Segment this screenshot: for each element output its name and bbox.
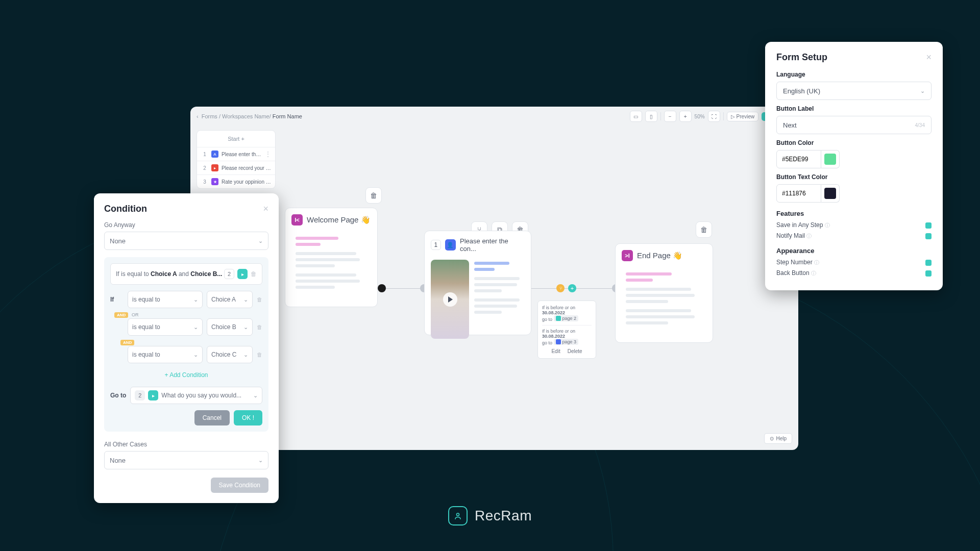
condition-popover: If is before or on 30.08.2022 go to page… — [537, 300, 596, 359]
step-node-1[interactable]: 1 👤 Please enter the con... — [424, 231, 531, 335]
help-button[interactable]: ⊙Help — [764, 433, 792, 444]
condition-row-3: is equal to⌄ Choice C⌄ 🗑 — [110, 346, 262, 363]
trash-icon[interactable]: 🗑 — [257, 296, 262, 303]
button-text-color-input[interactable]: #111876 — [776, 184, 821, 203]
video-thumbnail[interactable] — [431, 260, 469, 339]
builder-header: ‹ Forms / Workspaces Name / Form Name ▭ … — [190, 107, 798, 126]
notify-mail-toggle[interactable] — [925, 233, 932, 239]
value-select[interactable]: Choice C⌄ — [207, 346, 253, 363]
info-icon[interactable]: ⓘ — [825, 222, 830, 228]
language-select[interactable]: English (UK)⌄ — [776, 82, 932, 100]
button-color-input[interactable]: #5EDE99 — [776, 150, 821, 168]
logo-icon — [448, 506, 468, 525]
connector-dot[interactable] — [378, 284, 386, 292]
person-icon: 👤 — [445, 239, 456, 251]
popover-edit[interactable]: Edit — [551, 348, 560, 354]
condition-dot[interactable]: ⑂ — [556, 284, 565, 292]
go-anyway-select[interactable]: None⌄ — [104, 232, 268, 250]
info-icon[interactable]: ⓘ — [811, 270, 816, 276]
rule-summary[interactable]: If is equal to Choice A and Choice B... … — [110, 263, 262, 285]
operator-select[interactable]: is equal to⌄ — [128, 318, 203, 336]
zoom-in-button[interactable]: + — [679, 111, 692, 122]
step-number-toggle[interactable] — [925, 260, 932, 266]
svg-point-0 — [457, 513, 459, 516]
zoom-out-button[interactable]: − — [664, 111, 676, 122]
end-page-node[interactable]: >I End Page 👋 — [615, 243, 713, 343]
info-icon[interactable]: ⓘ — [814, 260, 819, 265]
operator-select[interactable]: is equal to⌄ — [128, 346, 203, 363]
popover-delete[interactable]: Delete — [568, 348, 582, 354]
button-label-input[interactable]: Next4/34 — [776, 116, 932, 134]
save-condition-button[interactable]: Save Condition — [211, 478, 268, 493]
condition-modal: Condition × Go Anyway None⌄ If is equal … — [94, 193, 279, 503]
value-select[interactable]: Choice A⌄ — [207, 291, 253, 308]
welcome-page-node[interactable]: I< Welcome Page 👋 — [285, 208, 378, 307]
welcome-badge-icon: I< — [291, 214, 303, 226]
breadcrumb-form: Form Name — [273, 113, 302, 119]
operator-select[interactable]: is equal to⌄ — [128, 291, 203, 308]
zoom-level: 50% — [695, 114, 705, 119]
add-condition-button[interactable]: + Add Condition — [110, 367, 262, 383]
close-icon[interactable]: × — [263, 204, 268, 214]
mobile-view-button[interactable]: ▯ — [645, 111, 657, 122]
add-dot[interactable]: + — [568, 284, 576, 292]
button-text-color-swatch[interactable] — [821, 184, 840, 203]
info-icon[interactable]: ⓘ — [806, 233, 812, 239]
delete-end-button[interactable]: 🗑 — [696, 221, 712, 238]
fit-view-button[interactable]: ⛶ — [708, 111, 720, 122]
condition-row-1: If is equal to⌄ Choice A⌄ 🗑 — [110, 291, 262, 308]
value-select[interactable]: Choice B⌄ — [207, 318, 253, 336]
other-cases-select[interactable]: None⌄ — [104, 451, 268, 469]
condition-modal-title: Condition — [104, 204, 147, 214]
close-icon[interactable]: × — [926, 52, 932, 63]
play-icon[interactable] — [443, 292, 457, 307]
button-color-swatch[interactable] — [821, 150, 840, 168]
desktop-view-button[interactable]: ▭ — [630, 111, 642, 122]
trash-icon[interactable]: 🗑 — [257, 352, 262, 358]
form-setup-panel: Form Setup × Language English (UK)⌄ Butt… — [765, 42, 943, 290]
delete-node-button[interactable]: 🗑 — [365, 187, 382, 204]
trash-icon[interactable]: 🗑 — [251, 270, 257, 278]
preview-button[interactable]: ▷Preview — [727, 112, 759, 121]
condition-row-2: is equal to⌄ Choice B⌄ 🗑 — [110, 318, 262, 336]
ok-button[interactable]: OK ! — [234, 410, 262, 425]
target-icon: ▸ — [237, 269, 248, 279]
flow-canvas[interactable]: 🗑 ⑂ ⧉ 🗑 🗑 ⑂ + I< Welcome Page 👋 — [190, 126, 798, 450]
back-button-toggle[interactable] — [925, 270, 932, 277]
trash-icon[interactable]: 🗑 — [257, 324, 262, 330]
goto-select[interactable]: 2 ▸ What do you say you would... ⌄ — [130, 387, 262, 404]
breadcrumb-workspace[interactable]: Workspaces Name — [222, 113, 270, 119]
cancel-button[interactable]: Cancel — [194, 410, 230, 425]
end-badge-icon: >I — [622, 250, 633, 261]
brand-logo: RecRam — [448, 506, 532, 525]
breadcrumb-forms[interactable]: Forms — [202, 113, 217, 119]
form-builder-canvas: ‹ Forms / Workspaces Name / Form Name ▭ … — [190, 107, 798, 450]
back-icon[interactable]: ‹ — [197, 113, 199, 119]
save-any-step-toggle[interactable] — [925, 222, 932, 229]
